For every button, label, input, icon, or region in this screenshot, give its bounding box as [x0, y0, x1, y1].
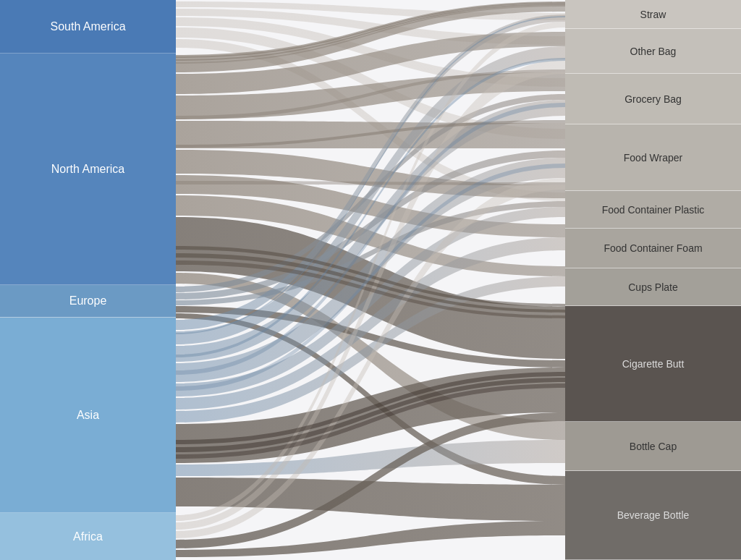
region-asia: Asia [0, 318, 176, 513]
waste-food-wrapper: Food Wraper [565, 124, 741, 191]
sankey-flows [176, 0, 565, 560]
waste-bottle-cap: Bottle Cap [565, 422, 741, 471]
region-africa: Africa [0, 513, 176, 560]
region-south-america: South America [0, 0, 176, 54]
left-panel-regions: South America North America Europe Asia … [0, 0, 176, 560]
waste-cigarette-butt: Cigarette Butt [565, 306, 741, 422]
sankey-svg [176, 0, 565, 560]
waste-beverage-bottle: Beverage Bottle [565, 471, 741, 560]
waste-cups-plate: Cups Plate [565, 268, 741, 306]
waste-food-container-plastic: Food Container Plastic [565, 191, 741, 229]
waste-other-bag: Other Bag [565, 29, 741, 74]
waste-food-container-foam: Food Container Foam [565, 229, 741, 268]
region-europe: Europe [0, 285, 176, 318]
chart-container: South America North America Europe Asia … [0, 0, 741, 560]
right-panel-waste-types: Straw Other Bag Grocery Bag Food Wraper … [565, 0, 741, 560]
waste-straw: Straw [565, 0, 741, 29]
region-north-america: North America [0, 54, 176, 285]
waste-grocery-bag: Grocery Bag [565, 74, 741, 124]
